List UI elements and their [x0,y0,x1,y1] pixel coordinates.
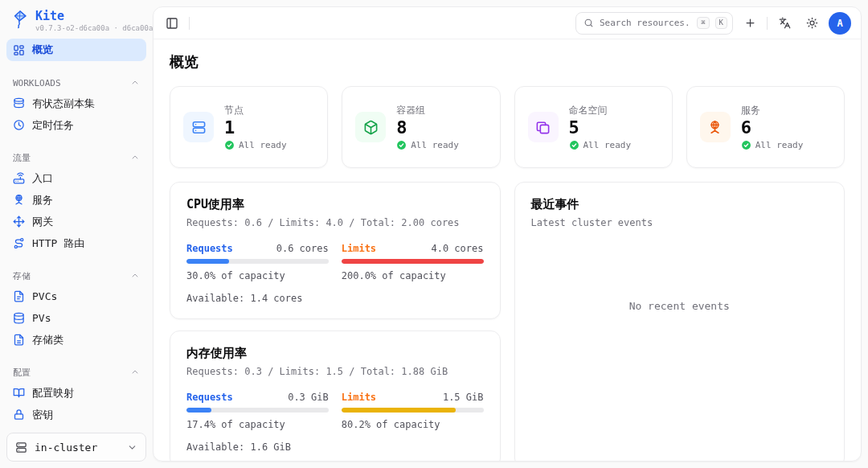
check-circle-icon [396,140,407,150]
chevron-up-icon [130,153,140,162]
search-input[interactable] [600,18,691,28]
sidebar-item-pvs[interactable]: PVs [6,307,146,329]
progress-bar [342,408,484,413]
check-circle-icon [741,140,751,150]
group-header-storage[interactable]: 存储 [6,266,146,285]
page-content: 概览 节点 1 All ready [154,39,861,461]
sidebar-item-label: 密钥 [32,408,53,422]
sidebar-item-ingress[interactable]: 入口 [6,167,146,189]
stat-card-services[interactable]: 服务 6 All ready [686,86,845,168]
metric-label: Limits [342,243,376,254]
capacity-text: 200.0% of capacity [342,270,484,281]
cpu-card-title: CPU使用率 [186,197,484,212]
server-icon [15,441,27,454]
user-avatar[interactable]: A [829,12,851,35]
sidebar-item-label: 入口 [32,171,53,186]
stats-grid: 节点 1 All ready 容器组 8 All [170,86,845,168]
progress-bar [342,259,484,264]
group-header-workloads[interactable]: WORKLOADS [6,73,146,92]
metric-value: 0.3 GiB [288,392,329,403]
stat-value: 1 [224,117,287,138]
recent-events-card: 最近事件 Latest cluster events No recent eve… [514,182,845,461]
check-circle-icon [569,140,579,150]
cpu-available: Available: 1.4 cores [186,293,484,304]
stat-status-text: All ready [411,140,459,150]
route-icon [13,237,25,249]
cpu-usage-card: CPU使用率 Requests: 0.6 / Limits: 4.0 / Tot… [170,182,501,319]
app-logo[interactable]: Kite v0.7.3-o2-d6ca00a · d6ca00a [6,8,146,39]
stat-label: 容器组 [396,104,459,117]
chevron-up-icon [130,78,140,88]
sidebar-item-storageclasses[interactable]: 存储类 [6,329,146,351]
progress-fill [342,259,484,264]
sidebar-item-services[interactable]: 服务 [6,189,146,211]
sidebar-item-cronjobs[interactable]: 定时任务 [6,114,146,136]
sidebar-item-pvcs[interactable]: PVCs [6,285,146,307]
router-icon [13,172,25,184]
sidebar-item-gateways[interactable]: 网关 [6,211,146,232]
sidebar-item-label: 定时任务 [32,118,74,133]
add-button[interactable] [739,13,760,34]
sidebar-item-label: PVCs [32,290,57,302]
sun-icon [806,17,818,29]
languages-icon [779,17,791,29]
stat-card-nodes[interactable]: 节点 1 All ready [170,86,328,168]
book-open-icon [13,387,25,399]
search-box[interactable]: ⌘ K [575,12,733,35]
cpu-limits-metric: Limits 4.0 cores 200.0% of capacity [342,243,484,281]
panel-left-icon [166,17,178,30]
group-label: 流量 [13,152,31,164]
group-label: 存储 [13,270,31,282]
cpu-card-summary: Requests: 0.6 / Limits: 4.0 / Total: 2.0… [186,217,484,228]
group-label: 配置 [13,367,31,379]
copy-icon [528,112,559,142]
sidebar-group-storage: 存储 PVCs PVs 存储类 [6,266,146,351]
language-button[interactable] [774,13,795,34]
stat-value: 6 [741,117,804,138]
database-layers-icon [13,97,25,109]
sidebar-item-configmaps[interactable]: 配置映射 [6,382,146,404]
group-header-traffic[interactable]: 流量 [6,148,146,167]
group-header-config[interactable]: 配置 [6,363,146,382]
stat-card-pods[interactable]: 容器组 8 All ready [342,86,500,168]
metric-label: Requests [186,392,233,403]
metric-value: 1.5 GiB [443,392,484,403]
sidebar-item-overview[interactable]: 概览 [6,39,146,61]
stat-value: 8 [396,117,459,138]
page-title: 概览 [170,52,845,72]
app-version: v0.7.3-o2-d6ca00a · d6ca00a [35,25,153,33]
sidebar-group-config: 配置 配置映射 密钥 [6,363,146,425]
capacity-text: 80.2% of capacity [342,419,484,430]
stat-card-namespaces[interactable]: 命名空间 5 All ready [514,86,673,168]
memory-card-summary: Requests: 0.3 / Limits: 1.5 / Total: 1.8… [186,366,484,377]
progress-bar [186,259,329,264]
stat-label: 服务 [741,104,804,117]
sidebar-item-label: 存储类 [32,333,63,347]
theme-toggle-button[interactable] [801,13,822,34]
globe-stand-icon [13,194,25,206]
sidebar-toggle-button[interactable] [162,13,182,34]
sidebar-item-label: 网关 [32,215,53,229]
group-label: WORKLOADS [13,78,61,88]
main-panel: ⌘ K A 概览 [153,6,862,462]
capacity-text: 17.4% of capacity [186,419,329,430]
progress-fill [186,259,229,264]
kite-logo-icon [11,10,29,29]
memory-available: Available: 1.6 GiB [186,441,484,453]
kbd-k: K [715,17,727,30]
chevron-up-icon [130,271,140,281]
sidebar-item-secrets[interactable]: 密钥 [6,404,146,425]
cpu-requests-metric: Requests 0.6 cores 30.0% of capacity [186,243,329,281]
lock-icon [13,408,25,421]
memory-requests-metric: Requests 0.3 GiB 17.4% of capacity [186,392,329,430]
sidebar-item-label: HTTP 路由 [32,236,84,251]
cluster-selector[interactable]: in-cluster [6,433,146,462]
sidebar-item-httproutes[interactable]: HTTP 路由 [6,232,146,254]
capacity-text: 30.0% of capacity [186,270,329,281]
sidebar-item-statefulsets[interactable]: 有状态副本集 [6,92,146,114]
topbar: ⌘ K A [154,7,861,39]
events-empty-state: No recent events [531,241,829,370]
move-arrows-icon [13,216,25,228]
app-name: Kite [35,10,153,23]
cluster-name: in-cluster [35,441,120,454]
